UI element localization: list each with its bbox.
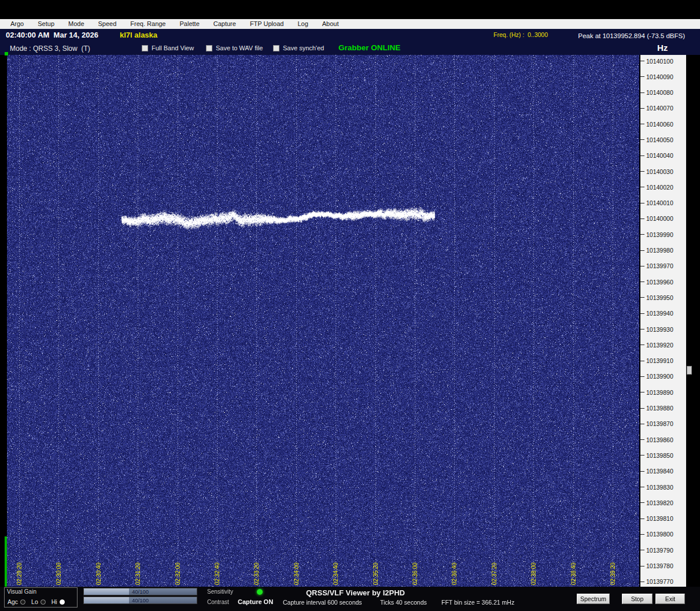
contrast-value: 40/100 <box>84 597 197 603</box>
freq-label: 10139900 <box>646 373 673 380</box>
freq-tick <box>640 219 644 219</box>
freq-label: 10140080 <box>646 89 673 96</box>
capture-led-icon <box>257 589 263 595</box>
freq-scale-row: 10139860 <box>640 436 686 443</box>
freq-scale-row: 10139800 <box>640 531 686 538</box>
freq-tick <box>640 155 644 156</box>
menu-item-about[interactable]: About <box>315 19 346 29</box>
menu-item-freq-range[interactable]: Freq. Range <box>123 19 172 29</box>
mode-readout: Mode : QRSS 3, Slow (T) <box>10 45 90 53</box>
visual-gain-groupbox: Visual Gain Agc Lo Hi <box>4 587 78 608</box>
status-bar: Visual Gain Agc Lo Hi 40/100 40/100 Sens… <box>0 587 700 611</box>
checkbox-full-band-view[interactable]: Full Band View <box>142 45 194 51</box>
contrast-slider[interactable]: 40/100 <box>83 597 197 604</box>
menu-item-speed[interactable]: Speed <box>91 19 124 29</box>
lo-radio[interactable] <box>40 599 46 605</box>
freq-scale-row: 10139910 <box>640 358 686 364</box>
sensitivity-value: 40/100 <box>84 588 197 595</box>
freq-label: 10139790 <box>646 547 673 554</box>
menu-item-palette[interactable]: Palette <box>173 19 207 29</box>
freq-tick <box>640 439 644 440</box>
menu-item-capture[interactable]: Capture <box>207 19 243 29</box>
checkbox-box[interactable] <box>142 45 148 51</box>
freq-label: 10140050 <box>646 136 673 143</box>
freq-scale-row: 10140070 <box>640 105 686 112</box>
freq-scale-row: 10139840 <box>640 468 686 475</box>
freq-scroll-thumb[interactable] <box>687 366 692 375</box>
freq-label: 10139770 <box>646 578 673 585</box>
freq-label: 10139780 <box>646 562 673 569</box>
freq-tick <box>640 124 644 124</box>
menu-item-argo[interactable]: Argo <box>3 19 31 29</box>
stop-button[interactable]: Stop <box>622 594 653 604</box>
freq-tick <box>640 171 644 172</box>
menu-item-log[interactable]: Log <box>290 19 315 29</box>
freq-scale-row: 10139920 <box>640 342 686 348</box>
freq-tick <box>640 487 644 487</box>
freq-tick <box>640 392 644 392</box>
checkbox-box[interactable] <box>206 45 212 51</box>
mode-toolbar: Mode : QRSS 3, Slow (T) Full Band View S… <box>0 42 700 55</box>
fft-bin-info: FFT bin size = 366.21 mHz <box>441 599 514 606</box>
checkbox-box[interactable] <box>273 45 279 51</box>
menu-item-setup[interactable]: Setup <box>31 19 61 29</box>
freq-scale-row: 10139940 <box>640 310 686 317</box>
checkbox-save-wav[interactable]: Save to WAV file <box>206 45 263 51</box>
ticks-info: Ticks 40 seconds <box>380 599 427 606</box>
visual-gain-label: Visual Gain <box>7 588 36 595</box>
freq-tick <box>640 408 644 409</box>
freq-tick <box>640 76 644 77</box>
freq-tick <box>640 329 644 329</box>
freq-scale-row: 10139850 <box>640 452 686 458</box>
freq-tick <box>640 566 644 566</box>
freq-scale-row: 10140040 <box>640 153 686 159</box>
freq-label: 10139990 <box>646 231 673 238</box>
status-header: 02:40:00 AM Mar 14, 2026 kl7l alaska Fre… <box>0 29 700 42</box>
freq-label: 10139940 <box>646 310 673 317</box>
freq-tick <box>640 502 644 503</box>
freq-tick <box>640 376 644 377</box>
spectrum-button[interactable]: Spectrum <box>577 594 610 604</box>
freq-tick <box>640 282 644 282</box>
freq-label: 10139810 <box>646 515 673 522</box>
freq-tick <box>640 266 644 266</box>
freq-tick <box>640 345 644 345</box>
menu-item-ftp-upload[interactable]: FTP Upload <box>243 19 291 29</box>
freq-scale-row: 10139890 <box>640 389 686 395</box>
freq-label: 10140040 <box>646 152 673 159</box>
exit-button[interactable]: Exit <box>655 594 685 604</box>
freq-label: 10139830 <box>646 484 673 491</box>
freq-scale-row: 10139950 <box>640 294 686 301</box>
clock-datetime: 02:40:00 AM Mar 14, 2026 <box>6 31 98 39</box>
freq-tick <box>640 424 644 424</box>
agc-radio-label: Agc <box>8 598 18 605</box>
freq-scale-row: 10139900 <box>640 373 686 380</box>
freq-label: 10139820 <box>646 499 673 506</box>
menu-bar: Argo Setup Mode Speed Freq. Range Palett… <box>0 19 700 29</box>
checkbox-label: Save synch'ed <box>283 45 324 51</box>
freq-scale-row: 10139980 <box>640 247 686 254</box>
frequency-scale: 10140100 10140090 10140080 10140070 1014… <box>640 55 686 587</box>
freq-label: 10140000 <box>646 215 673 222</box>
checkbox-save-synched[interactable]: Save synch'ed <box>273 45 324 51</box>
freq-label: 10140090 <box>646 73 673 80</box>
freq-label: 10139850 <box>646 452 673 459</box>
freq-scale-row: 10140100 <box>640 58 686 64</box>
menu-item-mode[interactable]: Mode <box>61 19 91 29</box>
freq-tick <box>640 534 644 535</box>
hi-radio[interactable] <box>60 599 65 605</box>
freq-label: 10139930 <box>646 326 673 333</box>
freq-scale-row: 10139810 <box>640 516 686 522</box>
sensitivity-slider[interactable]: 40/100 <box>83 588 197 595</box>
freq-label: 10139920 <box>646 342 673 349</box>
agc-radio[interactable] <box>20 599 25 605</box>
gain-radio-group: Agc Lo Hi <box>8 598 71 605</box>
freq-label: 10139870 <box>646 420 673 427</box>
freq-scale-row: 10139820 <box>640 499 686 506</box>
argo-window: Argo Setup Mode Speed Freq. Range Palett… <box>0 0 700 611</box>
freq-scale-row: 10140010 <box>640 200 686 206</box>
waterfall-display: 02:29:2002:30:0002:30:4002:31:2002:32:00… <box>7 55 639 587</box>
freq-scale-row: 10140080 <box>640 90 686 96</box>
corner-indicator <box>5 52 8 55</box>
freq-scale-row: 10140030 <box>640 168 686 175</box>
